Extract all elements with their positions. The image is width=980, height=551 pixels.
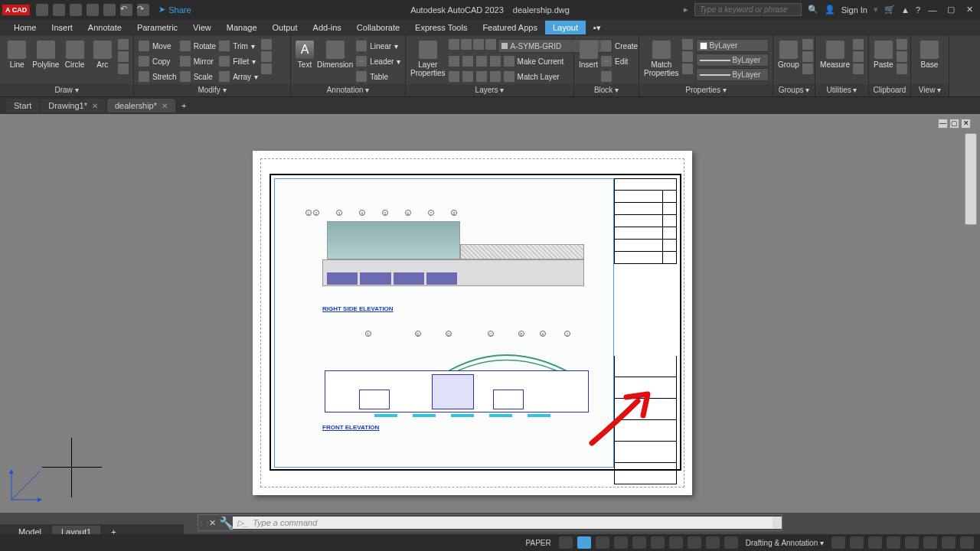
status-units[interactable] [850,536,864,549]
prop-icon-1[interactable] [682,39,693,50]
copy-button[interactable]: Copy [139,54,177,68]
draw-extra-1[interactable] [118,39,129,50]
prop-icon-3[interactable] [682,64,693,74]
cart-icon[interactable]: 🛒 [884,5,895,15]
clip-e1[interactable] [897,39,907,50]
panel-title-properties[interactable]: Properties ▾ [639,84,773,96]
tab-start[interactable]: Start [6,99,39,112]
canvas-area[interactable]: — ▢ ✕ 12 34 56 78 RIGHT SIDE [0,114,980,513]
clip-e3[interactable] [897,64,907,74]
status-polar[interactable] [614,536,628,549]
trim-button[interactable]: Trim ▾ [219,39,258,53]
close-icon[interactable]: ✕ [92,102,98,110]
search-input[interactable] [694,3,802,16]
new-tab-button[interactable]: + [177,99,191,112]
layout-viewport[interactable]: 12 34 56 78 RIGHT SIDE ELEVATION FE DC B… [274,178,614,468]
panel-title-groups[interactable]: Groups ▾ [773,84,815,96]
menu-layout[interactable]: Layout [545,21,586,34]
menu-output[interactable]: Output [265,21,305,34]
tab-dealership[interactable]: dealership*✕ [107,99,175,112]
layer-r2-1[interactable] [449,56,459,67]
layer-r2-3[interactable] [476,56,487,67]
autodesk-icon[interactable]: ▲ [901,5,910,15]
vp-close-button[interactable]: ✕ [961,119,971,129]
new-icon[interactable] [36,4,48,16]
close-icon[interactable]: ✕ [162,102,168,110]
cmd-history-button[interactable] [773,517,782,529]
draw-extra-3[interactable] [118,64,129,74]
table-button[interactable]: Table [356,70,400,83]
panel-title-view[interactable]: View ▾ [911,84,949,96]
undo-icon[interactable]: ↶ [120,4,132,16]
group-e2[interactable] [802,51,813,62]
app-badge[interactable]: A CAD [2,5,30,15]
status-lock[interactable] [887,536,900,549]
signin-label[interactable]: Sign In [841,5,867,15]
menu-extra-icon[interactable]: ▪▾ [586,21,609,35]
status-transparency[interactable] [688,536,701,549]
status-snap[interactable] [577,536,591,549]
modify-extra-3[interactable] [261,64,272,74]
layer-icon-4[interactable] [485,39,496,50]
panel-title-block[interactable]: Block ▾ [574,84,639,96]
plot-icon[interactable] [103,4,116,16]
prop-icon-2[interactable] [682,51,693,62]
group-e3[interactable] [802,64,813,74]
cmd-close-button[interactable]: ✕ [206,518,219,528]
stretch-button[interactable]: Stretch [139,70,177,83]
layer-r3-4[interactable] [490,71,501,82]
menu-manage[interactable]: Manage [219,21,265,34]
status-lweight[interactable] [669,536,683,549]
status-clean[interactable] [942,536,956,549]
util-e3[interactable] [853,64,864,74]
linear-button[interactable]: Linear ▾ [356,39,400,53]
menu-collaborate[interactable]: Collaborate [349,21,407,34]
minimize-button[interactable]: — [926,5,939,15]
close-button[interactable]: ✕ [963,5,975,15]
rotate-button[interactable]: Rotate [180,39,216,53]
help-icon[interactable]: ? [916,5,920,15]
menu-featured[interactable]: Featured Apps [475,21,545,34]
tab-drawing1[interactable]: Drawing1*✕ [41,99,106,112]
array-button[interactable]: Array ▾ [219,70,258,83]
color-dropdown[interactable]: ByLayer [696,39,769,52]
cmd-customize-icon[interactable]: 🔧 [219,516,233,530]
clip-e2[interactable] [897,51,907,62]
layer-r3-5[interactable] [504,71,514,82]
match-layer-button[interactable]: Match Layer [518,73,560,81]
layer-icon-2[interactable] [461,39,472,50]
modify-extra-2[interactable] [261,51,272,62]
panel-title-annotation[interactable]: Annotation ▾ [291,84,405,96]
paper-sheet[interactable]: 12 34 56 78 RIGHT SIDE ELEVATION FE DC B… [253,151,692,495]
open-icon[interactable] [53,4,65,16]
user-icon[interactable]: 👤 [825,5,835,15]
menu-insert[interactable]: Insert [44,21,80,34]
util-e2[interactable] [853,51,864,62]
layer-r2-5[interactable] [504,56,514,67]
panel-title-layers[interactable]: Layers ▾ [406,84,573,96]
group-e1[interactable] [802,39,813,50]
cmd-grip[interactable]: ⋮⋮ [198,520,206,527]
status-otrack[interactable] [651,536,665,549]
leader-button[interactable]: Leader ▾ [356,54,400,68]
draw-extra-2[interactable] [118,51,129,62]
nav-bar[interactable] [965,133,977,225]
move-button[interactable]: Move [139,39,177,53]
space-indicator[interactable]: PAPER [523,539,554,547]
menu-annotate[interactable]: Annotate [80,21,129,34]
layer-icon-1[interactable] [449,39,459,50]
panel-title-utilities[interactable]: Utilities ▾ [815,84,868,96]
menu-addins[interactable]: Add-ins [305,21,349,34]
lineweight-dropdown[interactable]: ByLayer [696,54,769,67]
layer-r3-1[interactable] [449,71,459,82]
menu-home[interactable]: Home [6,21,44,34]
vp-maximize-button[interactable]: ▢ [949,119,959,129]
search-icon[interactable]: 🔍 [808,5,818,15]
make-current-button[interactable]: Make Current [518,57,564,66]
status-ortho[interactable] [596,536,609,549]
block-extra[interactable] [601,70,638,83]
layer-r3-3[interactable] [476,71,487,82]
layer-r3-2[interactable] [462,71,473,82]
redo-icon[interactable]: ↷ [137,4,149,16]
status-annoscale[interactable] [724,536,738,549]
